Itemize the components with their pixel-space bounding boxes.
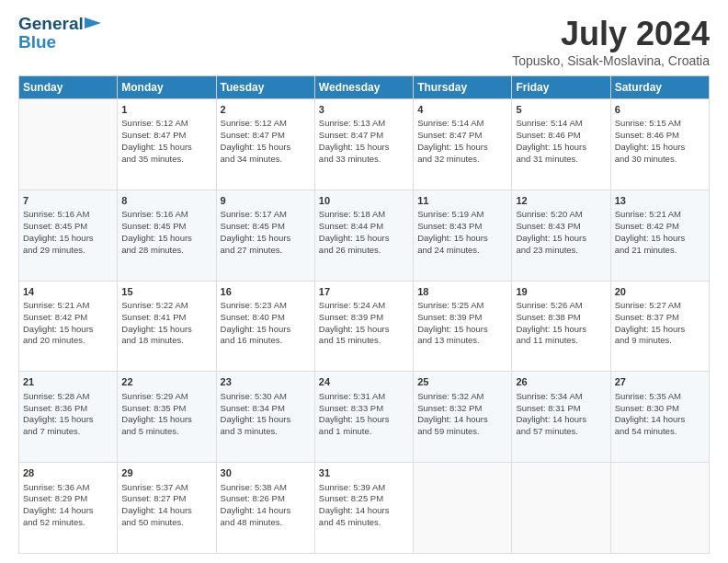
cell-content: Sunrise: 5:23 AM Sunset: 8:40 PM Dayligh… <box>221 300 311 347</box>
calendar-cell: 12Sunrise: 5:20 AM Sunset: 8:43 PM Dayli… <box>512 190 610 281</box>
header-cell-saturday: Saturday <box>610 76 709 99</box>
day-number: 21 <box>23 375 113 389</box>
cell-content: Sunrise: 5:39 AM Sunset: 8:25 PM Dayligh… <box>319 482 409 529</box>
week-row-2: 7Sunrise: 5:16 AM Sunset: 8:45 PM Daylig… <box>19 190 710 281</box>
week-row-5: 28Sunrise: 5:36 AM Sunset: 8:29 PM Dayli… <box>19 463 710 554</box>
day-number: 10 <box>319 194 409 208</box>
calendar-cell: 11Sunrise: 5:19 AM Sunset: 8:43 PM Dayli… <box>414 190 512 281</box>
logo: General Blue <box>18 15 101 52</box>
calendar-cell: 9Sunrise: 5:17 AM Sunset: 8:45 PM Daylig… <box>216 190 314 281</box>
day-number: 1 <box>121 103 211 117</box>
day-number: 15 <box>121 285 211 299</box>
cell-content: Sunrise: 5:26 AM Sunset: 8:38 PM Dayligh… <box>516 300 606 347</box>
day-number: 8 <box>121 194 211 208</box>
day-number: 12 <box>516 194 606 208</box>
calendar-cell: 20Sunrise: 5:27 AM Sunset: 8:37 PM Dayli… <box>610 281 709 372</box>
location: Topusko, Sisak-Moslavina, Croatia <box>512 53 710 68</box>
day-number: 6 <box>615 103 705 117</box>
calendar-cell: 13Sunrise: 5:21 AM Sunset: 8:42 PM Dayli… <box>610 190 709 281</box>
month-title: July 2024 <box>512 15 710 53</box>
cell-content: Sunrise: 5:30 AM Sunset: 8:34 PM Dayligh… <box>221 391 311 438</box>
calendar-cell: 2Sunrise: 5:12 AM Sunset: 8:47 PM Daylig… <box>216 99 314 190</box>
cell-content: Sunrise: 5:12 AM Sunset: 8:47 PM Dayligh… <box>121 118 211 165</box>
calendar-cell <box>512 463 610 554</box>
cell-content: Sunrise: 5:31 AM Sunset: 8:33 PM Dayligh… <box>319 391 409 438</box>
calendar-cell <box>414 463 512 554</box>
week-row-4: 21Sunrise: 5:28 AM Sunset: 8:36 PM Dayli… <box>19 372 710 463</box>
page: General Blue July 2024 Topusko, Sisak-Mo… <box>0 0 728 563</box>
day-number: 5 <box>516 103 606 117</box>
day-number: 13 <box>615 194 705 208</box>
header-cell-friday: Friday <box>512 76 610 99</box>
cell-content: Sunrise: 5:29 AM Sunset: 8:35 PM Dayligh… <box>121 391 211 438</box>
logo-arrow-icon <box>85 16 101 30</box>
day-number: 30 <box>221 466 311 480</box>
day-number: 7 <box>23 194 113 208</box>
cell-content: Sunrise: 5:19 AM Sunset: 8:43 PM Dayligh… <box>417 209 507 256</box>
day-number: 9 <box>221 194 311 208</box>
cell-content: Sunrise: 5:36 AM Sunset: 8:29 PM Dayligh… <box>23 482 113 529</box>
cell-content: Sunrise: 5:15 AM Sunset: 8:46 PM Dayligh… <box>615 118 705 165</box>
calendar-cell <box>610 463 709 554</box>
calendar-cell: 26Sunrise: 5:34 AM Sunset: 8:31 PM Dayli… <box>512 372 610 463</box>
day-number: 25 <box>417 375 507 389</box>
calendar-cell: 16Sunrise: 5:23 AM Sunset: 8:40 PM Dayli… <box>216 281 314 372</box>
cell-content: Sunrise: 5:32 AM Sunset: 8:32 PM Dayligh… <box>417 391 507 438</box>
cell-content: Sunrise: 5:35 AM Sunset: 8:30 PM Dayligh… <box>615 391 705 438</box>
cell-content: Sunrise: 5:21 AM Sunset: 8:42 PM Dayligh… <box>615 209 705 256</box>
calendar-cell: 28Sunrise: 5:36 AM Sunset: 8:29 PM Dayli… <box>19 463 118 554</box>
calendar-cell: 14Sunrise: 5:21 AM Sunset: 8:42 PM Dayli… <box>19 281 118 372</box>
calendar-cell: 17Sunrise: 5:24 AM Sunset: 8:39 PM Dayli… <box>314 281 413 372</box>
cell-content: Sunrise: 5:14 AM Sunset: 8:46 PM Dayligh… <box>516 118 606 165</box>
title-area: July 2024 Topusko, Sisak-Moslavina, Croa… <box>512 15 710 68</box>
calendar-cell: 31Sunrise: 5:39 AM Sunset: 8:25 PM Dayli… <box>314 463 413 554</box>
cell-content: Sunrise: 5:27 AM Sunset: 8:37 PM Dayligh… <box>615 300 705 347</box>
day-number: 3 <box>319 103 409 117</box>
cell-content: Sunrise: 5:14 AM Sunset: 8:47 PM Dayligh… <box>417 118 507 165</box>
day-number: 16 <box>221 285 311 299</box>
day-number: 23 <box>221 375 311 389</box>
calendar-table: SundayMondayTuesdayWednesdayThursdayFrid… <box>18 75 710 554</box>
day-number: 26 <box>516 375 606 389</box>
cell-content: Sunrise: 5:12 AM Sunset: 8:47 PM Dayligh… <box>221 118 311 165</box>
header-cell-thursday: Thursday <box>414 76 512 99</box>
calendar-cell: 15Sunrise: 5:22 AM Sunset: 8:41 PM Dayli… <box>118 281 216 372</box>
day-number: 31 <box>319 466 409 480</box>
day-number: 29 <box>121 466 211 480</box>
day-number: 18 <box>417 285 507 299</box>
week-row-1: 1Sunrise: 5:12 AM Sunset: 8:47 PM Daylig… <box>19 99 710 190</box>
day-number: 22 <box>121 375 211 389</box>
cell-content: Sunrise: 5:24 AM Sunset: 8:39 PM Dayligh… <box>319 300 409 347</box>
header-row: SundayMondayTuesdayWednesdayThursdayFrid… <box>19 76 710 99</box>
calendar-cell: 6Sunrise: 5:15 AM Sunset: 8:46 PM Daylig… <box>610 99 709 190</box>
calendar-cell: 19Sunrise: 5:26 AM Sunset: 8:38 PM Dayli… <box>512 281 610 372</box>
calendar-cell: 29Sunrise: 5:37 AM Sunset: 8:27 PM Dayli… <box>118 463 216 554</box>
day-number: 28 <box>23 466 113 480</box>
day-number: 2 <box>221 103 311 117</box>
day-number: 11 <box>417 194 507 208</box>
svg-marker-0 <box>85 17 101 29</box>
cell-content: Sunrise: 5:20 AM Sunset: 8:43 PM Dayligh… <box>516 209 606 256</box>
logo-blue: Blue <box>18 32 56 52</box>
cell-content: Sunrise: 5:25 AM Sunset: 8:39 PM Dayligh… <box>417 300 507 347</box>
day-number: 20 <box>615 285 705 299</box>
calendar-cell: 1Sunrise: 5:12 AM Sunset: 8:47 PM Daylig… <box>118 99 216 190</box>
calendar-cell: 27Sunrise: 5:35 AM Sunset: 8:30 PM Dayli… <box>610 372 709 463</box>
day-number: 27 <box>615 375 705 389</box>
calendar-cell: 4Sunrise: 5:14 AM Sunset: 8:47 PM Daylig… <box>414 99 512 190</box>
calendar-cell: 3Sunrise: 5:13 AM Sunset: 8:47 PM Daylig… <box>314 99 413 190</box>
cell-content: Sunrise: 5:37 AM Sunset: 8:27 PM Dayligh… <box>121 482 211 529</box>
cell-content: Sunrise: 5:28 AM Sunset: 8:36 PM Dayligh… <box>23 391 113 438</box>
calendar-cell: 18Sunrise: 5:25 AM Sunset: 8:39 PM Dayli… <box>414 281 512 372</box>
calendar-cell: 10Sunrise: 5:18 AM Sunset: 8:44 PM Dayli… <box>314 190 413 281</box>
header-cell-monday: Monday <box>118 76 216 99</box>
cell-content: Sunrise: 5:16 AM Sunset: 8:45 PM Dayligh… <box>23 209 113 256</box>
calendar-cell: 8Sunrise: 5:16 AM Sunset: 8:45 PM Daylig… <box>118 190 216 281</box>
cell-content: Sunrise: 5:17 AM Sunset: 8:45 PM Dayligh… <box>221 209 311 256</box>
header-cell-sunday: Sunday <box>19 76 118 99</box>
cell-content: Sunrise: 5:34 AM Sunset: 8:31 PM Dayligh… <box>516 391 606 438</box>
cell-content: Sunrise: 5:21 AM Sunset: 8:42 PM Dayligh… <box>23 300 113 347</box>
logo-general: General <box>18 15 84 34</box>
day-number: 4 <box>417 103 507 117</box>
week-row-3: 14Sunrise: 5:21 AM Sunset: 8:42 PM Dayli… <box>19 281 710 372</box>
